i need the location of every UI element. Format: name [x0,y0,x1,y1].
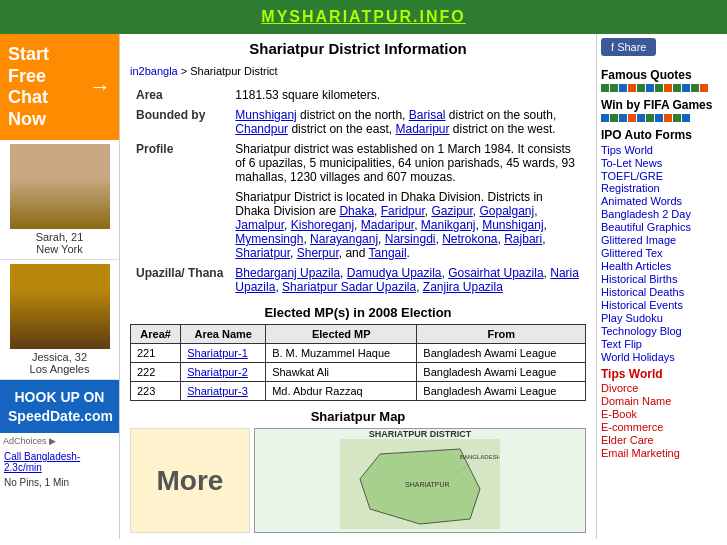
hookup-banner[interactable]: HOOK UP ON SpeedDate.com [0,380,119,432]
pixel [682,114,690,122]
chat-banner[interactable]: Start Free Chat Now → [0,34,119,140]
profile-card-1: Sarah, 21 New York [0,140,119,260]
election-area-name: Shariatpur-2 [181,363,266,382]
pixel [601,114,609,122]
link-sherpur[interactable]: Sherpur [297,246,339,260]
sidebar-link[interactable]: Historical Deaths [601,286,723,298]
pixel [655,84,663,92]
svg-text:BANGLADESH: BANGLADESH [460,454,500,460]
link-mymensingh[interactable]: Mymensingh [235,232,303,246]
pixel [664,114,672,122]
share-button[interactable]: f Share [601,38,656,56]
profile-text-1: Shariatpur district was established on 1… [235,142,580,184]
site-header: MYSHARIATPUR.INFO [0,0,727,34]
link-faridpur[interactable]: Faridpur [381,204,425,218]
col-from: From [417,325,586,344]
sidebar-link[interactable]: Historical Births [601,273,723,285]
area-row: Area 1181.53 square kilometers. [130,85,586,105]
link-jamalpur[interactable]: Jamalpur [235,218,284,232]
bounded-row: Bounded by Munshiganj district on the no… [130,105,586,139]
map-container: More SHARIATPUR DISTRICT SHARIATPUR BANG… [130,428,586,533]
pixel [682,84,690,92]
breadcrumb-home[interactable]: in2bangla [130,65,178,77]
pixel [664,84,672,92]
election-area-num: 221 [131,344,181,363]
link-narsingdi[interactable]: Narsingdi [385,232,436,246]
sidebar-link[interactable]: Play Sudoku [601,312,723,324]
link-kishoreganj[interactable]: Kishoreganj [291,218,354,232]
link-madaripur2[interactable]: Madaripur [361,218,414,232]
chat-arrow: → [89,74,111,100]
election-from: Bangladesh Awami League [417,344,586,363]
link-munshiganj[interactable]: Munshiganj [235,108,296,122]
famous-quotes-title: Famous Quotes [601,68,723,82]
tips-link[interactable]: Elder Care [601,434,723,446]
pixel [637,114,645,122]
link-gosairhat[interactable]: Gosairhat Upazila [448,266,543,280]
breadcrumb: in2bangla > Shariatpur District [130,65,586,77]
sidebar-link[interactable]: Technology Blog [601,325,723,337]
avatar-2 [10,264,110,349]
ad-more-text: More [157,465,224,497]
call-link[interactable]: Call Bangladesh- 2.3c/min [0,449,119,475]
map-svg: SHARIATPUR BANGLADESH [340,439,500,529]
sidebar-link[interactable]: Glittered Tex [601,247,723,259]
link-chandpur[interactable]: Chandpur [235,122,288,136]
link-netrokona[interactable]: Netrokona [442,232,497,246]
pixel [610,84,618,92]
tips-link[interactable]: Email Marketing [601,447,723,459]
sidebar-link[interactable]: Animated Words [601,195,723,207]
link-dhaka[interactable]: Dhaka [339,204,374,218]
site-title[interactable]: MYSHARIATPUR.INFO [261,8,465,25]
hookup-text: HOOK UP ON SpeedDate.com [8,389,113,423]
sidebar-link[interactable]: World Holidays [601,351,723,363]
link-gazipur[interactable]: Gazipur [431,204,472,218]
sidebar-link[interactable]: Bangladesh 2 Day [601,208,723,220]
page-title: Shariatpur District Information [130,40,586,57]
link-madaripur[interactable]: Madaripur [395,122,449,136]
link-tangail[interactable]: Tangail [369,246,407,260]
map-title: Shariatpur Map [130,409,586,424]
win-fifa-title: Win by FIFA Games [601,98,723,112]
tips-link[interactable]: Divorce [601,382,723,394]
map-label-container: SHARIATPUR DISTRICT SHARIATPUR BANGLADES… [340,429,500,532]
upazilla-row: Upazilla/ Thana Bhedarganj Upazila, Damu… [130,263,586,297]
no-pins: No Pins, 1 Min [0,475,119,490]
link-zanjira[interactable]: Zanjira Upazila [423,280,503,294]
tips-link[interactable]: Domain Name [601,395,723,407]
election-row: 221 Shariatpur-1 B. M. Muzammel Haque Ba… [131,344,586,363]
sidebar-link[interactable]: To-Let News [601,157,723,169]
link-munshiganj2[interactable]: Munshiganj [482,218,543,232]
election-area-num: 223 [131,382,181,401]
area-value: 1181.53 square kilometers. [229,85,586,105]
link-rajbari[interactable]: Rajbari [504,232,542,246]
tips-link[interactable]: E-commerce [601,421,723,433]
link-narayanganj[interactable]: Narayanganj [310,232,378,246]
election-from: Bangladesh Awami League [417,363,586,382]
sidebar-link[interactable]: Historical Events [601,299,723,311]
link-shariatpur-sadar[interactable]: Shariatpur Sadar Upazila [282,280,416,294]
bounded-value: Munshiganj district on the north, Barisa… [229,105,586,139]
profile-location-2: Los Angeles [4,363,115,375]
ad-banner[interactable]: More [130,428,250,533]
sidebar-link[interactable]: Text Flip [601,338,723,350]
profile-name-2: Jessica, 32 [4,351,115,363]
profile-location-1: New York [4,243,115,255]
sidebar-link[interactable]: Beautiful Graphics [601,221,723,233]
pixel [655,114,663,122]
sidebar-link[interactable]: Tips World [601,144,723,156]
tips-link[interactable]: E-Book [601,408,723,420]
election-mp: Md. Abdur Razzaq [266,382,417,401]
tips-links: DivorceDomain NameE-BookE-commerceElder … [601,382,723,459]
pixel [700,84,708,92]
sidebar-link[interactable]: Glittered Image [601,234,723,246]
link-manikganj[interactable]: Manikganj [421,218,476,232]
link-gopalganj[interactable]: Gopalganj [480,204,535,218]
link-shariatpur[interactable]: Shariatpur [235,246,290,260]
link-damudya[interactable]: Damudya Upazila [347,266,442,280]
link-bhedarganj[interactable]: Bhedarganj Upazila [235,266,340,280]
sidebar-link[interactable]: Health Articles [601,260,723,272]
link-barisal[interactable]: Barisal [409,108,446,122]
map-image: SHARIATPUR DISTRICT SHARIATPUR BANGLADES… [254,428,586,533]
sidebar-link[interactable]: TOEFL/GRE Registration [601,170,723,194]
